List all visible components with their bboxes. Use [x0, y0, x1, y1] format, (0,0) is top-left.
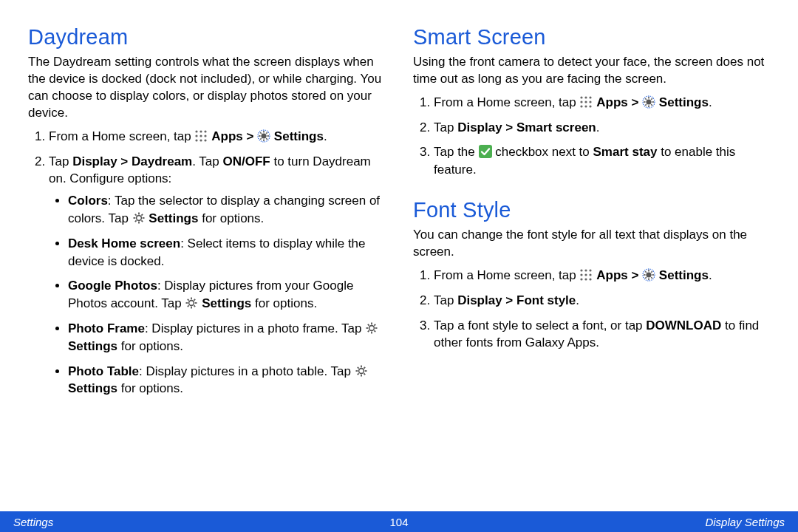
settings-gear-icon [642, 268, 655, 282]
checkbox-icon [479, 145, 492, 158]
opt-photo-table: Photo Table: Display pictures in a photo… [68, 363, 385, 398]
smart-step-3: Tap the checkbox next to Smart stay to e… [434, 143, 770, 179]
apps-icon [579, 268, 593, 282]
font-step-1: From a Home screen, tap Apps > Settings. [434, 267, 770, 284]
smart-step-1: From a Home screen, tap Apps > Settings. [434, 94, 770, 112]
cog-icon [132, 211, 146, 225]
opt-photo-frame: Photo Frame: Display pictures in a photo… [68, 320, 385, 355]
heading-smart-screen: Smart Screen [413, 25, 770, 50]
page-footer: Settings 104 Display Settings [0, 511, 798, 532]
footer-right: Display Settings [705, 516, 785, 528]
opt-google-photos: Google Photos: Display pictures from you… [68, 277, 385, 313]
daydream-step-2: Tap Display > Daydream. Tap ON/OFF to tu… [49, 153, 385, 398]
font-intro: You can change the font style for all te… [413, 227, 770, 261]
settings-gear-icon [257, 129, 270, 143]
smart-intro: Using the front camera to detect your fa… [413, 54, 770, 88]
font-step-2: Tap Display > Font style. [434, 292, 770, 310]
daydream-step-1: From a Home screen, tap Apps > Settings. [49, 128, 385, 146]
opt-desk-home: Desk Home screen: Select items to displa… [68, 235, 385, 270]
daydream-intro: The Daydream setting controls what the s… [28, 54, 385, 122]
right-column: Smart Screen Using the front camera to d… [413, 25, 770, 498]
opt-colors: Colors: Tap the selector to display a ch… [68, 192, 385, 228]
left-column: Daydream The Daydream setting controls w… [28, 25, 385, 498]
apps-icon [194, 129, 208, 143]
heading-daydream: Daydream [28, 25, 385, 50]
footer-left: Settings [13, 516, 53, 528]
manual-page: Daydream The Daydream setting controls w… [0, 0, 798, 532]
cog-icon [365, 321, 378, 335]
font-step-3: Tap a font style to select a font, or ta… [434, 317, 770, 352]
page-number: 104 [389, 516, 408, 528]
settings-gear-icon [642, 95, 655, 109]
heading-font-style: Font Style [413, 198, 770, 222]
cog-icon [185, 296, 198, 310]
smart-step-2: Tap Display > Smart screen. [434, 119, 770, 137]
apps-icon [579, 95, 593, 109]
cog-icon [355, 364, 368, 378]
